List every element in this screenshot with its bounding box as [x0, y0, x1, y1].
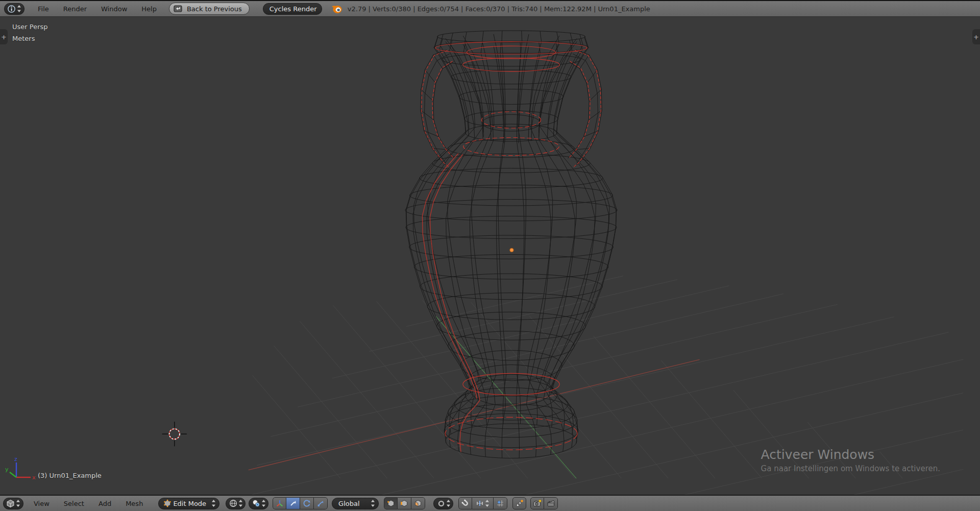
3d-view-editor-icon: [6, 499, 15, 508]
active-object-label: (3) Urn01_Example: [38, 472, 102, 479]
info-editor-icon: [7, 5, 16, 13]
edit-mode-icon: [163, 499, 172, 507]
menu-add[interactable]: Add: [91, 500, 118, 507]
viewport-header-toolbar: View Select Add Mesh Edit Mode: [0, 495, 980, 511]
face-select-icon: [414, 499, 422, 507]
unit-label: Meters: [12, 35, 35, 42]
automerge-icon: [516, 499, 524, 507]
menu-mesh[interactable]: Mesh: [118, 500, 150, 507]
gizmo-x-label: x: [32, 474, 36, 481]
snap-target-button[interactable]: [494, 497, 507, 509]
translate-manipulator-button[interactable]: [286, 497, 300, 509]
manipulator-toggle-button[interactable]: [273, 497, 286, 509]
vertex-select-icon: [387, 499, 395, 507]
floor-grid: [252, 276, 963, 495]
menu-view[interactable]: View: [27, 500, 57, 507]
stepper-arrows-icon[interactable]: [16, 499, 20, 508]
stepper-arrows-icon[interactable]: [485, 499, 489, 508]
editor-type-selector[interactable]: [4, 3, 24, 15]
snap-increment-icon: [476, 499, 484, 507]
proportional-edit-icon: [437, 500, 445, 507]
render-engine-select[interactable]: Cycles Render: [263, 3, 322, 15]
info-header: File Render Window Help Back to Previous…: [0, 0, 980, 17]
pivot-point-select[interactable]: [249, 498, 268, 509]
toolshelf-expand-tab[interactable]: +: [0, 29, 8, 44]
stepper-arrows-icon[interactable]: [211, 499, 216, 508]
scale-arrow-icon: [316, 499, 325, 507]
rotate-arc-icon: [303, 499, 311, 507]
face-select-button[interactable]: [411, 497, 425, 509]
snap-target-icon: [496, 499, 504, 507]
mode-select[interactable]: Edit Mode: [158, 498, 219, 509]
pivot-median-icon: [252, 499, 260, 507]
gizmo-y-label: y: [5, 466, 9, 473]
back-arrow-icon: [174, 5, 183, 13]
rotate-manipulator-button[interactable]: [300, 497, 314, 509]
object-origin-dot: [510, 248, 514, 252]
edge-select-icon: [400, 499, 408, 507]
stepper-arrows-icon[interactable]: [446, 499, 451, 508]
scale-manipulator-button[interactable]: [314, 497, 328, 509]
3d-cursor[interactable]: [162, 422, 187, 446]
opengl-render-image-button[interactable]: [530, 497, 544, 509]
manipulator-group: [273, 497, 328, 509]
select-mode-group: [384, 497, 425, 509]
vertex-select-button[interactable]: [384, 497, 398, 509]
menu-render[interactable]: Render: [56, 5, 94, 13]
menu-help[interactable]: Help: [134, 5, 164, 13]
menu-file[interactable]: File: [31, 5, 56, 13]
3d-viewport[interactable]: User Persp Meters (3) Urn01_Example + + …: [0, 17, 980, 495]
properties-expand-tab[interactable]: +: [972, 29, 980, 44]
scene-statistics: v2.79 | Verts:0/380 | Edges:0/754 | Face…: [348, 5, 650, 13]
snap-element-select[interactable]: [472, 497, 494, 509]
stepper-arrows-icon[interactable]: [261, 499, 266, 508]
snap-group: [458, 497, 507, 509]
manipulator-axes-icon: [276, 499, 284, 507]
menu-select[interactable]: Select: [57, 500, 91, 507]
urn-wireframe-mesh[interactable]: [405, 31, 617, 458]
magnet-icon: [461, 499, 470, 507]
editor-type-selector[interactable]: [3, 498, 23, 509]
gizmo-z-label: z: [14, 456, 17, 463]
mini-axis-gizmo: z x y: [3, 456, 37, 485]
view-name-label: User Persp: [12, 23, 48, 31]
opengl-render-group: [530, 497, 558, 509]
viewport-shading-select[interactable]: [226, 498, 246, 509]
snap-toggle-button[interactable]: [458, 497, 472, 509]
translate-arrow-icon: [289, 499, 297, 507]
stepper-arrows-icon[interactable]: [238, 499, 243, 508]
opengl-render-animation-button[interactable]: [544, 497, 558, 509]
menu-window[interactable]: Window: [94, 5, 134, 13]
viewport-canvas[interactable]: [0, 17, 980, 495]
proportional-edit-select[interactable]: [433, 498, 453, 509]
transform-orientation-select[interactable]: Global: [332, 498, 379, 509]
blender-logo-icon: [331, 4, 342, 14]
stepper-arrows-icon[interactable]: [371, 499, 375, 508]
stepper-arrows-icon[interactable]: [17, 4, 21, 13]
automerge-toggle-button[interactable]: [512, 497, 526, 509]
edge-select-button[interactable]: [398, 497, 411, 509]
camera-icon: [533, 499, 542, 507]
wireframe-shading-icon: [229, 499, 237, 507]
clapperboard-icon: [547, 499, 555, 507]
back-to-previous-button[interactable]: Back to Previous: [169, 3, 250, 15]
